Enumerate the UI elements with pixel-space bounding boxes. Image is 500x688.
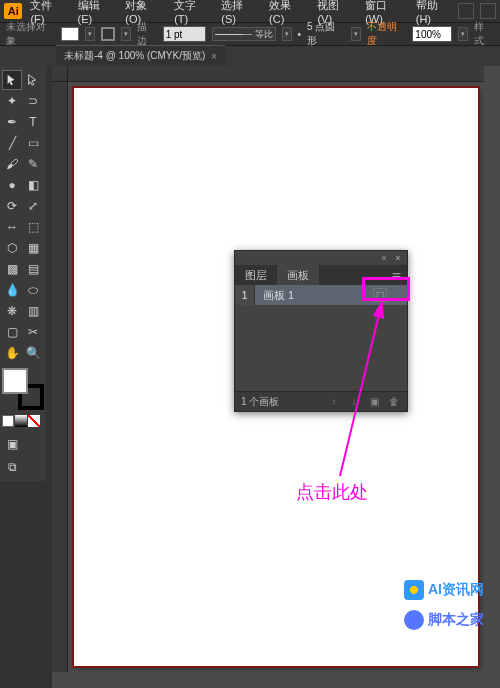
layout-icon[interactable] — [458, 3, 474, 19]
stroke-dropdown[interactable]: ▾ — [121, 27, 131, 41]
eraser-tool[interactable]: ◧ — [23, 175, 43, 195]
brush-dropdown[interactable]: ▾ — [351, 27, 361, 41]
style-label[interactable]: 样式 — [474, 20, 494, 48]
fill-stroke-control[interactable] — [2, 368, 44, 410]
watermark-1: AI资讯网 — [396, 576, 492, 604]
artboard-name[interactable]: 画板 1 — [255, 288, 373, 303]
graph-tool[interactable]: ▥ — [23, 301, 43, 321]
artboard-number: 1 — [235, 285, 255, 305]
app-logo: Ai — [4, 3, 22, 19]
blend-tool[interactable]: ⬭ — [23, 280, 43, 300]
direct-selection-tool[interactable] — [23, 70, 43, 90]
vertical-ruler — [52, 82, 68, 672]
tab-artboards[interactable]: 画板 — [277, 265, 319, 285]
panel-collapse-icon[interactable]: « — [379, 253, 389, 263]
menubar: Ai 文件(F) 编辑(E) 对象(O) 文字(T) 选择(S) 效果(C) 视… — [0, 0, 500, 22]
stroke-weight-input[interactable]: 1 pt — [163, 26, 207, 42]
artboard-options-icon[interactable] — [389, 288, 403, 302]
delete-artboard-icon[interactable]: 🗑 — [387, 395, 401, 409]
screen-mode-tool[interactable]: ▣ — [2, 434, 22, 454]
pencil-tool[interactable]: ✎ — [23, 154, 43, 174]
document-tabs: 未标题-4 @ 100% (CMYK/预览) × — [0, 46, 500, 66]
magic-wand-tool[interactable]: ✦ — [2, 91, 22, 111]
toolbox: ✦ ⊃ ✒ T ╱ ▭ 🖌 ✎ ● ◧ ⟳ ⤢ ↔ ⬚ ⬡ ▦ — [0, 66, 46, 481]
fill-swatch[interactable] — [61, 27, 79, 41]
change-screen-mode[interactable]: ⧉ — [2, 457, 22, 477]
menu-type[interactable]: 文字(T) — [168, 0, 213, 27]
opacity-label: 不透明度 — [367, 20, 407, 48]
annotation-text: 点击此处 — [296, 480, 368, 504]
move-down-icon[interactable]: ↓ — [347, 395, 361, 409]
watermark-1-icon — [404, 580, 424, 600]
menu-edit[interactable]: 编辑(E) — [72, 0, 118, 27]
opacity-input[interactable] — [412, 26, 452, 42]
hand-tool[interactable]: ✋ — [2, 343, 22, 363]
artboard-tool[interactable]: ▢ — [2, 322, 22, 342]
document-tab[interactable]: 未标题-4 @ 100% (CMYK/预览) × — [56, 45, 225, 66]
fill-color[interactable] — [2, 368, 28, 394]
line-tool[interactable]: ╱ — [2, 133, 22, 153]
panel-menu-icon[interactable]: ≡ — [386, 265, 407, 285]
gradient-tool[interactable]: ▤ — [23, 259, 43, 279]
arrange-icon[interactable] — [480, 3, 496, 19]
selection-tool[interactable] — [2, 70, 22, 90]
selection-status: 未选择对象 — [6, 20, 55, 48]
brush-label[interactable]: 5 点圆形 — [307, 20, 345, 48]
scale-tool[interactable]: ⤢ — [23, 196, 43, 216]
paintbrush-tool[interactable]: 🖌 — [2, 154, 22, 174]
perspective-tool[interactable]: ▦ — [23, 238, 43, 258]
artboard-count: 1 个画板 — [241, 395, 279, 409]
watermark-2-icon — [404, 610, 424, 630]
opacity-dropdown[interactable]: ▾ — [458, 27, 468, 41]
lasso-tool[interactable]: ⊃ — [23, 91, 43, 111]
watermark-2: 脚本之家 — [396, 606, 492, 634]
pen-tool[interactable]: ✒ — [2, 112, 22, 132]
width-tool[interactable]: ↔ — [2, 217, 22, 237]
fill-dropdown[interactable]: ▾ — [85, 27, 95, 41]
panel-close-icon[interactable]: × — [393, 253, 403, 263]
close-tab-icon[interactable]: × — [211, 51, 217, 62]
artboards-panel: « × 图层 画板 ≡ 1 画板 1 ⬚ 1 个画板 ↑ ↓ ▣ — [234, 250, 408, 412]
free-transform-tool[interactable]: ⬚ — [23, 217, 43, 237]
eyedropper-tool[interactable]: 💧 — [2, 280, 22, 300]
symbol-sprayer-tool[interactable]: ❋ — [2, 301, 22, 321]
rotate-tool[interactable]: ⟳ — [2, 196, 22, 216]
stroke-style-arrow[interactable]: ▾ — [282, 27, 292, 41]
stroke-swatch[interactable] — [101, 27, 115, 41]
color-mode-solid[interactable] — [2, 415, 14, 427]
zoom-tool[interactable]: 🔍 — [23, 343, 43, 363]
color-mode-gradient[interactable] — [15, 415, 27, 427]
menu-effect[interactable]: 效果(C) — [263, 0, 309, 27]
horizontal-ruler — [68, 66, 484, 82]
blob-brush-tool[interactable]: ● — [2, 175, 22, 195]
type-tool[interactable]: T — [23, 112, 43, 132]
artboard-row[interactable]: 1 画板 1 ⬚ — [235, 285, 407, 305]
color-mode-none[interactable] — [28, 415, 40, 427]
menu-select[interactable]: 选择(S) — [215, 0, 261, 27]
mesh-tool[interactable]: ▩ — [2, 259, 22, 279]
document-title: 未标题-4 @ 100% (CMYK/预览) — [64, 49, 205, 63]
ruler-corner — [52, 66, 68, 82]
new-artboard-icon[interactable]: ▣ — [367, 395, 381, 409]
artboard-orientation-icon[interactable]: ⬚ — [373, 288, 387, 302]
shape-builder-tool[interactable]: ⬡ — [2, 238, 22, 258]
slice-tool[interactable]: ✂ — [23, 322, 43, 342]
menu-help[interactable]: 帮助(H) — [410, 0, 456, 27]
stroke-style-dropdown[interactable]: — 等比 — [212, 27, 275, 41]
tab-layers[interactable]: 图层 — [235, 265, 277, 285]
move-up-icon[interactable]: ↑ — [327, 395, 341, 409]
stroke-label: 描边 — [137, 20, 157, 48]
rectangle-tool[interactable]: ▭ — [23, 133, 43, 153]
